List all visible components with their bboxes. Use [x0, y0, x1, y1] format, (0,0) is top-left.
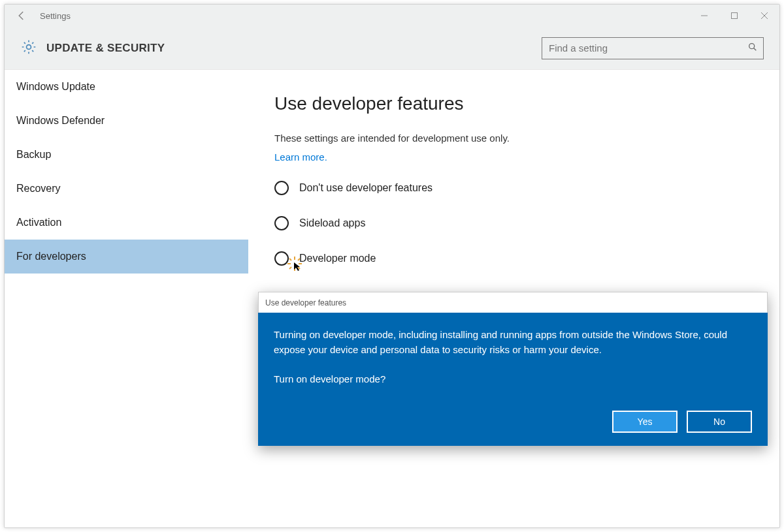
dialog-body: Turning on developer mode, including ins…: [258, 313, 768, 446]
radio-dont-use[interactable]: Don't use developer features: [274, 181, 753, 195]
dialog-warning-text: Turning on developer mode, including ins…: [274, 327, 752, 358]
button-label: Yes: [638, 416, 653, 427]
radio-label: Sideload apps: [299, 217, 365, 229]
window-controls: [689, 5, 779, 27]
dialog-title: Use developer features: [258, 292, 768, 313]
arrow-left-icon: [16, 10, 27, 22]
radio-label: Don't use developer features: [299, 182, 433, 194]
sidebar-item-label: For developers: [16, 251, 86, 262]
sidebar-item-backup[interactable]: Backup: [5, 138, 248, 172]
minimize-button[interactable]: [689, 5, 719, 27]
svg-line-12: [298, 267, 300, 269]
settings-window: Settings UPDATE & SECURITY Windows Updat…: [4, 4, 780, 528]
yes-button[interactable]: Yes: [612, 411, 678, 433]
svg-line-6: [754, 48, 757, 50]
svg-line-11: [289, 258, 291, 260]
sidebar-item-label: Backup: [16, 149, 51, 161]
sidebar-item-windows-defender[interactable]: Windows Defender: [5, 104, 248, 138]
confirm-dialog: Use developer features Turning on develo…: [258, 292, 768, 446]
sidebar-item-for-developers[interactable]: For developers: [5, 240, 248, 274]
dialog-actions: Yes No: [274, 411, 752, 433]
dialog-question: Turn on developer mode?: [274, 373, 752, 384]
radio-sideload[interactable]: Sideload apps: [274, 216, 753, 230]
svg-point-4: [27, 44, 31, 49]
page-heading: Use developer features: [274, 93, 753, 114]
window-title: Settings: [40, 11, 71, 21]
maximize-button[interactable]: [719, 5, 749, 27]
radio-developer-mode[interactable]: Developer mode: [274, 251, 753, 266]
sidebar-item-activation[interactable]: Activation: [5, 206, 248, 240]
sidebar-item-label: Windows Defender: [16, 115, 105, 127]
search-icon: [747, 42, 758, 55]
sidebar-item-windows-update[interactable]: Windows Update: [5, 70, 248, 104]
titlebar: Settings: [5, 5, 779, 27]
search-box[interactable]: [542, 37, 764, 59]
search-input[interactable]: [549, 42, 747, 54]
svg-rect-1: [732, 13, 738, 19]
close-button[interactable]: [749, 5, 779, 27]
back-button[interactable]: [7, 5, 36, 27]
button-label: No: [713, 416, 725, 427]
radio-icon: [274, 251, 289, 266]
page-description: These settings are intended for developm…: [274, 133, 753, 144]
header-row: UPDATE & SECURITY: [5, 27, 779, 70]
sidebar-item-label: Windows Update: [16, 81, 95, 93]
gear-icon: [20, 39, 37, 58]
learn-more-link[interactable]: Learn more.: [274, 151, 327, 163]
sidebar-item-recovery[interactable]: Recovery: [5, 172, 248, 206]
radio-icon: [274, 216, 289, 230]
svg-point-5: [749, 43, 755, 48]
no-button[interactable]: No: [687, 411, 752, 433]
sidebar-item-label: Activation: [16, 217, 61, 228]
radio-icon: [274, 181, 289, 195]
section-title: UPDATE & SECURITY: [46, 42, 165, 55]
svg-line-14: [289, 267, 291, 269]
radio-label: Developer mode: [299, 253, 376, 264]
sidebar: Windows Update Windows Defender Backup R…: [5, 70, 248, 527]
sidebar-item-label: Recovery: [16, 183, 61, 195]
